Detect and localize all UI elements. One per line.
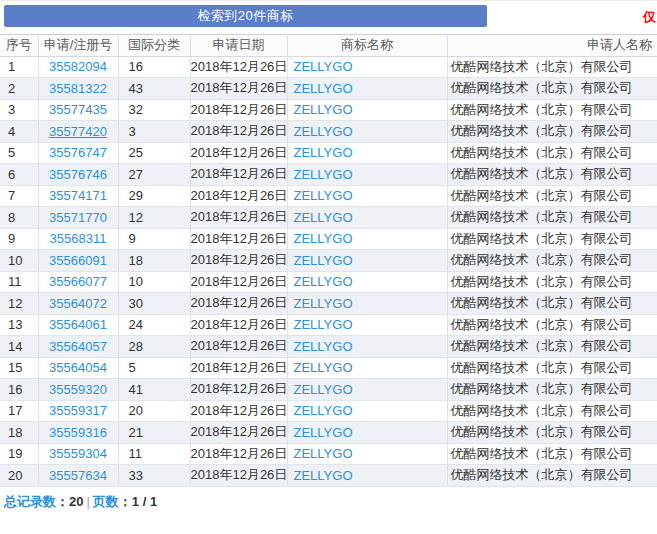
- trademark-name-link[interactable]: ZELLYGO: [294, 253, 353, 268]
- apply-date-value: 2018年12月26日: [190, 142, 287, 164]
- reg-number-link[interactable]: 35564072: [49, 296, 107, 311]
- intl-class-value: 12: [118, 207, 190, 229]
- table-row: 635576746272018年12月26日ZELLYGO优酷网络技术（北京）有…: [0, 164, 657, 186]
- reg-number-link-cell: 35559316: [38, 422, 118, 444]
- trademark-name-link[interactable]: ZELLYGO: [294, 145, 353, 160]
- table-row: 135582094162018年12月26日ZELLYGO优酷网络技术（北京）有…: [0, 56, 657, 78]
- table-row: 43557742032018年12月26日ZELLYGO优酷网络技术（北京）有限…: [0, 121, 657, 143]
- row-index: 1: [0, 56, 38, 78]
- table-row: 1935559304112018年12月26日ZELLYGO优酷网络技术（北京）…: [0, 443, 657, 465]
- trademark-search-results-page: 检索到20件商标 仅 序号 申请/注册号 国际分类 申请日期 商标名称 申请人名…: [0, 0, 657, 534]
- reg-number-link-cell: 35582094: [38, 56, 118, 78]
- table-row: 153556405452018年12月26日ZELLYGO优酷网络技术（北京）有…: [0, 357, 657, 379]
- reg-number-link-cell: 35564054: [38, 357, 118, 379]
- apply-date-value: 2018年12月26日: [190, 164, 287, 186]
- apply-date-value: 2018年12月26日: [190, 400, 287, 422]
- column-header-index: 序号: [0, 35, 38, 57]
- reg-number-link[interactable]: 35582094: [49, 59, 107, 74]
- trademark-name-link[interactable]: ZELLYGO: [294, 59, 353, 74]
- trademark-name-link[interactable]: ZELLYGO: [294, 102, 353, 117]
- table-row: 1835559316212018年12月26日ZELLYGO优酷网络技术（北京）…: [0, 422, 657, 444]
- applicant-name-value: 优酷网络技术（北京）有限公司: [447, 142, 657, 164]
- reg-number-link[interactable]: 35557634: [49, 468, 107, 483]
- trademark-name-link-cell: ZELLYGO: [287, 293, 447, 315]
- applicant-name-value: 优酷网络技术（北京）有限公司: [447, 250, 657, 272]
- table-row: 735574171292018年12月26日ZELLYGO优酷网络技术（北京）有…: [0, 185, 657, 207]
- apply-date-value: 2018年12月26日: [190, 422, 287, 444]
- reg-number-link[interactable]: 35559316: [49, 425, 107, 440]
- trademark-name-link[interactable]: ZELLYGO: [294, 446, 353, 461]
- reg-number-link[interactable]: 35574171: [49, 188, 107, 203]
- trademark-name-link[interactable]: ZELLYGO: [294, 360, 353, 375]
- total-records-value: 20: [69, 494, 83, 509]
- trademark-name-link[interactable]: ZELLYGO: [294, 403, 353, 418]
- intl-class-value: 30: [118, 293, 190, 315]
- reg-number-link[interactable]: 35564061: [49, 317, 107, 332]
- row-index: 16: [0, 379, 38, 401]
- intl-class-value: 18: [118, 250, 190, 272]
- reg-number-link[interactable]: 35577420: [49, 124, 107, 139]
- reg-number-link[interactable]: 35564054: [49, 360, 107, 375]
- reg-number-link[interactable]: 35559317: [49, 403, 107, 418]
- intl-class-value: 27: [118, 164, 190, 186]
- trademark-name-link[interactable]: ZELLYGO: [294, 81, 353, 96]
- row-index: 6: [0, 164, 38, 186]
- reg-number-link-cell: 35576747: [38, 142, 118, 164]
- reg-number-link[interactable]: 35568311: [50, 231, 107, 246]
- applicant-name-value: 优酷网络技术（北京）有限公司: [447, 400, 657, 422]
- reg-number-link[interactable]: 35566091: [49, 253, 107, 268]
- trademark-name-link[interactable]: ZELLYGO: [294, 296, 353, 311]
- table-row: 1635559320412018年12月26日ZELLYGO优酷网络技术（北京）…: [0, 379, 657, 401]
- trademark-name-link-cell: ZELLYGO: [287, 142, 447, 164]
- trademark-name-link[interactable]: ZELLYGO: [294, 124, 353, 139]
- reg-number-link[interactable]: 35577435: [49, 102, 107, 117]
- trademark-name-link-cell: ZELLYGO: [287, 207, 447, 229]
- reg-number-link[interactable]: 35571770: [49, 210, 107, 225]
- row-index: 5: [0, 142, 38, 164]
- trademark-name-link[interactable]: ZELLYGO: [294, 231, 353, 246]
- table-row: 93556831192018年12月26日ZELLYGO优酷网络技术（北京）有限…: [0, 228, 657, 250]
- intl-class-value: 41: [118, 379, 190, 401]
- reg-number-link[interactable]: 35559304: [49, 446, 107, 461]
- reg-number-link[interactable]: 35576746: [49, 167, 107, 182]
- trademark-name-link[interactable]: ZELLYGO: [294, 339, 353, 354]
- top-notice-bar: 检索到20件商标 仅: [0, 1, 657, 34]
- reg-number-link-cell: 35581322: [38, 78, 118, 100]
- apply-date-value: 2018年12月26日: [190, 443, 287, 465]
- apply-date-value: 2018年12月26日: [190, 357, 287, 379]
- trademark-name-link[interactable]: ZELLYGO: [294, 188, 353, 203]
- result-count-banner: 检索到20件商标: [4, 5, 487, 27]
- table-row: 235581322432018年12月26日ZELLYGO优酷网络技术（北京）有…: [0, 78, 657, 100]
- intl-class-value: 29: [118, 185, 190, 207]
- row-index: 9: [0, 228, 38, 250]
- trademark-name-link-cell: ZELLYGO: [287, 400, 447, 422]
- reg-number-link-cell: 35566077: [38, 271, 118, 293]
- applicant-name-value: 优酷网络技术（北京）有限公司: [447, 185, 657, 207]
- reg-number-link[interactable]: 35566077: [49, 274, 107, 289]
- reg-number-link-cell: 35574171: [38, 185, 118, 207]
- trademark-name-link-cell: ZELLYGO: [287, 228, 447, 250]
- reg-number-link[interactable]: 35559320: [49, 382, 107, 397]
- reg-number-link[interactable]: 35576747: [49, 145, 107, 160]
- reg-number-link-cell: 35559317: [38, 400, 118, 422]
- apply-date-value: 2018年12月26日: [190, 121, 287, 143]
- trademark-name-link[interactable]: ZELLYGO: [294, 382, 353, 397]
- trademark-name-link[interactable]: ZELLYGO: [294, 425, 353, 440]
- footer-separator: |: [83, 494, 92, 509]
- trademark-name-link[interactable]: ZELLYGO: [294, 317, 353, 332]
- trademark-name-link[interactable]: ZELLYGO: [294, 167, 353, 182]
- row-index: 3: [0, 99, 38, 121]
- intl-class-value: 10: [118, 271, 190, 293]
- table-row: 2035557634332018年12月26日ZELLYGO优酷网络技术（北京）…: [0, 465, 657, 487]
- apply-date-value: 2018年12月26日: [190, 78, 287, 100]
- trademark-name-link-cell: ZELLYGO: [287, 465, 447, 487]
- applicant-name-value: 优酷网络技术（北京）有限公司: [447, 207, 657, 229]
- reg-number-link-cell: 35564072: [38, 293, 118, 315]
- clipped-right-notice-text: 仅: [643, 8, 656, 26]
- trademark-name-link[interactable]: ZELLYGO: [294, 210, 353, 225]
- trademark-name-link[interactable]: ZELLYGO: [294, 468, 353, 483]
- reg-number-link[interactable]: 35581322: [49, 81, 107, 96]
- trademark-name-link[interactable]: ZELLYGO: [294, 274, 353, 289]
- reg-number-link[interactable]: 35564057: [49, 339, 107, 354]
- row-index: 12: [0, 293, 38, 315]
